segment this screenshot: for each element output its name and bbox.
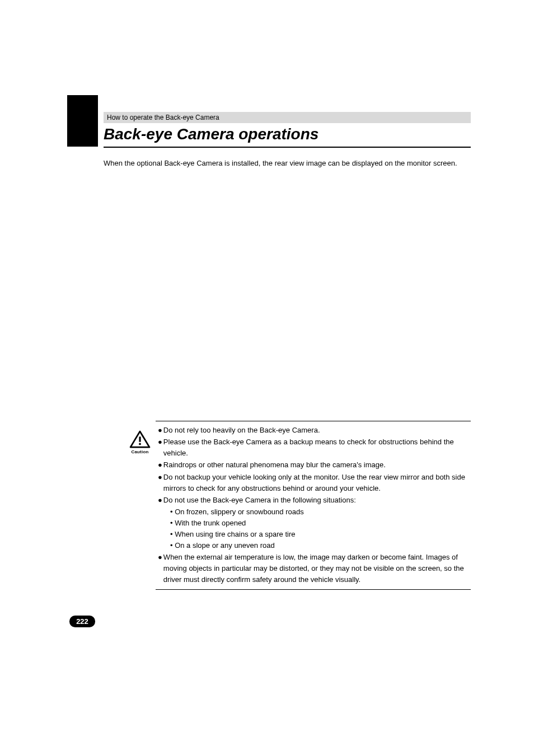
sub-list-item: • On a slope or any uneven road xyxy=(158,540,471,551)
document-page: How to operate the Back-eye Camera Back-… xyxy=(0,0,534,756)
caution-label: Caution xyxy=(131,449,148,454)
sub-list-item: • With the trunk opened xyxy=(158,518,471,529)
page-number: 222 xyxy=(76,617,88,626)
bullet-icon: ● xyxy=(158,495,162,506)
list-item-text: Do not backup your vehicle looking only … xyxy=(163,472,471,494)
list-item-text: Do not rely too heavily on the Back-eye … xyxy=(163,425,471,436)
bullet-icon: ● xyxy=(158,425,162,436)
bullet-icon: ● xyxy=(158,472,162,483)
caution-icon-wrap: Caution xyxy=(124,425,156,454)
caution-block: Caution ● Do not rely too heavily on the… xyxy=(124,421,471,590)
list-item: ● Do not use the Back-eye Camera in the … xyxy=(158,495,471,506)
list-item: ● Do not backup your vehicle looking onl… xyxy=(158,472,471,494)
page-title: Back-eye Camera operations xyxy=(104,125,471,148)
list-item-text: Raindrops or other natural phenomena may… xyxy=(163,459,471,471)
bullet-icon: ● xyxy=(158,552,162,563)
svg-rect-0 xyxy=(139,436,140,442)
caution-list: ● Do not rely too heavily on the Back-ey… xyxy=(156,425,471,586)
intro-paragraph: When the optional Back-eye Camera is ins… xyxy=(104,158,471,169)
list-item: ● Please use the Back-eye Camera as a ba… xyxy=(158,436,471,459)
sub-item-text: • When using tire chains or a spare tire xyxy=(170,529,296,540)
list-item: ● When the external air temperature is l… xyxy=(158,552,471,585)
caution-triangle-icon xyxy=(129,430,151,448)
list-item-text: Please use the Back-eye Camera as a back… xyxy=(163,436,471,459)
divider xyxy=(156,589,471,590)
svg-point-1 xyxy=(139,443,141,445)
bullet-icon: ● xyxy=(158,436,162,448)
section-header-bar: How to operate the Back-eye Camera xyxy=(104,112,471,123)
sub-item-text: • On a slope or any uneven road xyxy=(170,540,275,551)
list-item-text: Do not use the Back-eye Camera in the fo… xyxy=(163,495,471,506)
sub-item-text: • On frozen, slippery or snowbound roads xyxy=(170,506,304,518)
divider xyxy=(156,421,471,421)
bullet-icon: ● xyxy=(158,459,162,471)
list-item: ● Raindrops or other natural phenomena m… xyxy=(158,459,471,471)
sub-list-item: • On frozen, slippery or snowbound roads xyxy=(158,506,471,518)
list-item: ● Do not rely too heavily on the Back-ey… xyxy=(158,425,471,436)
side-tab-marker xyxy=(67,95,98,147)
sub-list-item: • When using tire chains or a spare tire xyxy=(158,529,471,540)
list-item-text: When the external air temperature is low… xyxy=(163,552,471,585)
page-number-badge: 222 xyxy=(69,616,95,627)
sub-item-text: • With the trunk opened xyxy=(170,518,246,529)
section-label: How to operate the Back-eye Camera xyxy=(107,114,219,121)
